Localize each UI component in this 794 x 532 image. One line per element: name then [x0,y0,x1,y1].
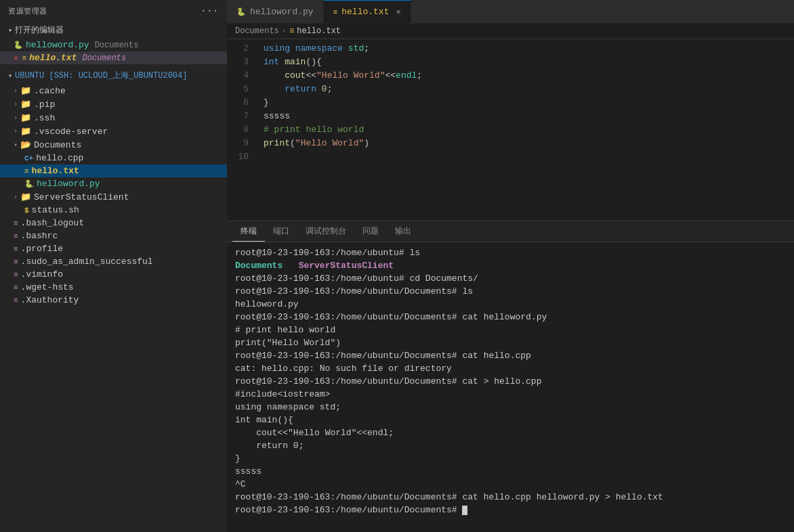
breadcrumb-file: ≡ hello.txt [289,26,341,36]
tree-item-bash-logout[interactable]: ≡ .bash_logout [0,217,227,229]
folder-icon: 📁 [20,85,31,96]
open-file-helloword-py[interactable]: 🐍 helloword.py Documents [0,39,227,51]
tab-txt-icon: ≡ [333,8,338,16]
line-numbers: 2 3 4 5 6 7 8 9 10 [227,39,255,221]
tab-hello-txt[interactable]: ≡ hello.txt ✕ [324,0,411,23]
tree-item-sudo-admin-label: .sudo_as_admin_successful [21,257,153,267]
tab-helloword-py[interactable]: 🐍 helloword.py [227,0,324,23]
tree-item-profile-label: .profile [21,244,63,254]
sh-file-icon: $ [24,206,29,215]
tree-item-viminfo-label: .viminfo [21,269,63,280]
chevron-down-icon-remote: ▾ [8,72,12,80]
tree-item-bashrc-label: .bashrc [21,231,58,241]
dotfile-icon6: ≡ [14,284,18,292]
terminal-tabs: 终端 端口 调试控制台 问题 输出 [227,221,794,242]
sidebar: 资源管理器 ··· ▾ 打开的编辑器 🐍 helloword.py Docume… [0,0,227,532]
tree-item-sudo-admin[interactable]: ≡ .sudo_as_admin_successful [0,255,227,268]
tree-item-hello-cpp-label: hello.cpp [36,153,83,163]
breadcrumb-filename: hello.txt [297,26,341,36]
txt-file-icon2: ≡ [24,167,29,175]
remote-section[interactable]: ▾ UBUNTU [SSH: UCLOUD_上海_UBUNTU2004] [0,67,227,84]
open-editors-label: 打开的编辑器 [15,24,64,36]
chevron-right-icon: › [14,114,18,122]
dotfile-icon3: ≡ [14,245,18,253]
tab-txt-label: hello.txt [341,7,389,17]
tree-item-pip[interactable]: › 📁 .pip [0,97,227,111]
tree-item-serverstatusclient-label: ServerStatusClient [34,192,129,202]
close-icon[interactable]: ✕ [14,53,18,62]
terminal-tab-debug[interactable]: 调试控制台 [297,221,354,242]
main-area: 🐍 helloword.py ≡ hello.txt ✕ Documents ›… [227,0,794,532]
dotfile-icon7: ≡ [14,296,18,305]
tree-item-profile[interactable]: ≡ .profile [0,242,227,255]
folder-icon: 📁 [20,99,31,110]
folder-open-icon: 📂 [20,139,31,150]
open-file-hello-txt[interactable]: ✕ ≡ hello.txt Documents [0,51,227,64]
chevron-right-icon: › [14,87,18,95]
tree-item-helloword-py[interactable]: 🐍 helloword.py [0,177,227,190]
tree-item-ssh[interactable]: › 📁 .ssh [0,111,227,125]
tree-item-serverstatusclient[interactable]: › 📁 ServerStatusClient [0,190,227,204]
tree-item-ssh-label: .ssh [34,113,55,123]
tree-item-documents-label: Documents [34,140,81,150]
open-editors-section[interactable]: ▾ 打开的编辑器 [0,22,227,39]
sidebar-header: 资源管理器 ··· [0,0,227,22]
dotfile-icon2: ≡ [14,232,18,240]
open-file-txt-context: Documents [82,53,126,63]
tree-item-xauthority[interactable]: ≡ .Xauthority [0,294,227,307]
remote-label: UBUNTU [SSH: UCLOUD_上海_UBUNTU2004] [15,70,187,81]
chevron-right-icon: › [14,128,18,135]
open-file-py-name: helloword.py [26,40,89,50]
tree-item-vscode-server[interactable]: › 📁 .vscode-server [0,125,227,138]
folder-icon: 📁 [20,112,31,123]
dotfile-icon5: ≡ [14,271,18,279]
tree-item-cache[interactable]: › 📁 .cache [0,84,227,97]
tree-item-hello-txt[interactable]: ≡ hello.txt [0,164,227,177]
chevron-right-icon2: › [14,194,18,201]
txt-file-icon: ≡ [22,54,27,62]
tree-item-wget-hsts[interactable]: ≡ .wget-hsts [0,281,227,294]
terminal-content[interactable]: root@10-23-190-163:/home/ubuntu# ls Docu… [227,242,794,532]
terminal-tab-problems[interactable]: 问题 [354,221,387,242]
folder-icon2: 📁 [20,192,31,202]
tab-py-label: helloword.py [250,7,314,17]
terminal-section: 终端 端口 调试控制台 问题 输出 root@10-23-190-163:/ho… [227,221,794,532]
breadcrumb-file-icon: ≡ [289,26,294,36]
tree-item-bashrc[interactable]: ≡ .bashrc [0,229,227,242]
code-content[interactable]: using namespace std; int main(){ cout<<"… [255,39,794,221]
tree-item-documents[interactable]: ▾ 📂 Documents [0,138,227,152]
terminal-tab-output[interactable]: 输出 [387,221,419,242]
tree-item-xauthority-label: .Xauthority [21,295,79,305]
tabs-bar: 🐍 helloword.py ≡ hello.txt ✕ [227,0,794,24]
tree-item-hello-txt-label: hello.txt [32,166,79,176]
cpp-file-icon: C+ [24,154,33,162]
tree-item-helloword-py-label: helloword.py [37,179,100,189]
sidebar-menu-icon[interactable]: ··· [201,5,219,16]
chevron-down-icon-folder: ▾ [14,141,18,149]
open-file-txt-name: hello.txt [29,53,77,63]
breadcrumb: Documents › ≡ hello.txt [227,24,794,39]
tree-item-bash-logout-label: .bash_logout [21,218,85,228]
breadcrumb-documents: Documents [235,26,279,36]
dotfile-icon: ≡ [14,219,18,227]
tree-item-status-sh[interactable]: $ status.sh [0,204,227,217]
tree-item-hello-cpp[interactable]: C+ hello.cpp [0,152,227,164]
terminal-tab-terminal[interactable]: 终端 [232,221,265,242]
tab-py-icon: 🐍 [236,7,246,16]
open-file-py-context: Documents [95,41,139,50]
dotfile-icon4: ≡ [14,258,18,266]
folder-icon: 📁 [20,126,31,137]
python-file-icon: 🐍 [14,41,23,49]
tree-item-cache-label: .cache [34,86,66,96]
breadcrumb-sep: › [282,26,287,36]
tree-item-vscode-server-label: .vscode-server [34,127,108,137]
tree-item-wget-hsts-label: .wget-hsts [21,282,74,292]
code-editor[interactable]: 2 3 4 5 6 7 8 9 10 using namespace std; … [227,39,794,221]
tree-item-pip-label: .pip [34,99,55,110]
tree-item-status-sh-label: status.sh [32,205,79,215]
chevron-down-icon: ▾ [8,26,12,35]
terminal-tab-port[interactable]: 端口 [265,221,297,242]
py-file-icon2: 🐍 [24,179,34,188]
tree-item-viminfo[interactable]: ≡ .viminfo [0,268,227,281]
tab-close-icon[interactable]: ✕ [396,7,400,17]
